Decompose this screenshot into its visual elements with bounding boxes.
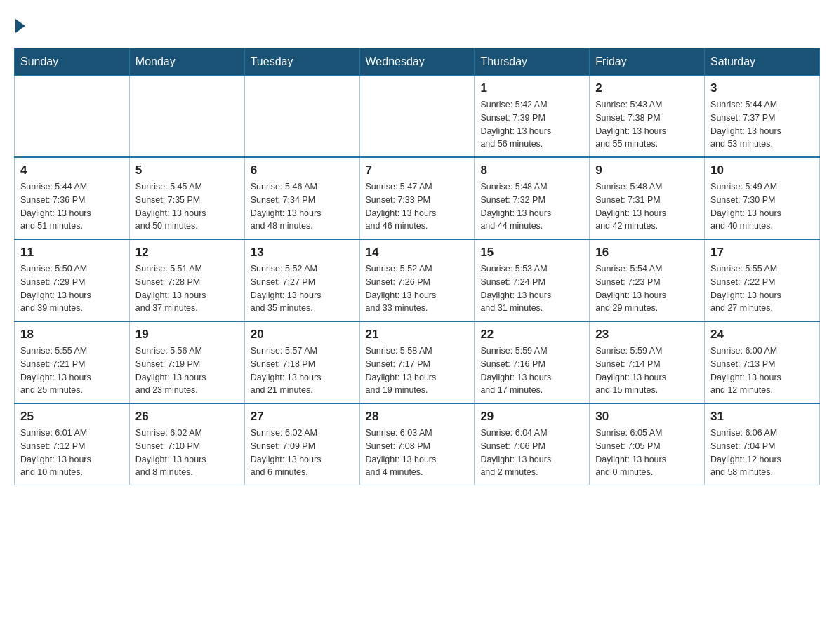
day-number: 18 (20, 328, 124, 342)
day-info: Sunrise: 5:57 AM Sunset: 7:18 PM Dayligh… (251, 344, 354, 397)
calendar-header-saturday: Saturday (705, 48, 820, 76)
day-number: 11 (20, 246, 124, 260)
calendar-week-row: 1Sunrise: 5:42 AM Sunset: 7:39 PM Daylig… (15, 76, 820, 158)
day-info: Sunrise: 6:03 AM Sunset: 7:08 PM Dayligh… (366, 427, 469, 479)
day-info: Sunrise: 5:59 AM Sunset: 7:14 PM Dayligh… (595, 344, 699, 397)
calendar-cell: 20Sunrise: 5:57 AM Sunset: 7:18 PM Dayli… (244, 321, 359, 403)
day-number: 24 (710, 328, 814, 342)
calendar-week-row: 11Sunrise: 5:50 AM Sunset: 7:29 PM Dayli… (15, 239, 820, 321)
day-number: 23 (595, 328, 699, 342)
day-info: Sunrise: 5:44 AM Sunset: 7:36 PM Dayligh… (20, 180, 124, 233)
calendar-header-monday: Monday (129, 48, 244, 76)
day-info: Sunrise: 5:58 AM Sunset: 7:17 PM Dayligh… (366, 344, 469, 397)
calendar-cell: 3Sunrise: 5:44 AM Sunset: 7:37 PM Daylig… (705, 76, 820, 158)
logo (14, 14, 25, 34)
day-info: Sunrise: 5:47 AM Sunset: 7:33 PM Dayligh… (366, 180, 469, 233)
day-info: Sunrise: 5:48 AM Sunset: 7:31 PM Dayligh… (595, 180, 699, 233)
day-number: 14 (366, 246, 469, 260)
day-number: 31 (710, 410, 814, 424)
day-number: 28 (366, 410, 469, 424)
calendar-cell: 11Sunrise: 5:50 AM Sunset: 7:29 PM Dayli… (15, 239, 130, 321)
calendar-cell: 22Sunrise: 5:59 AM Sunset: 7:16 PM Dayli… (475, 321, 590, 403)
calendar-header-row: SundayMondayTuesdayWednesdayThursdayFrid… (15, 48, 820, 76)
calendar-header-sunday: Sunday (15, 48, 130, 76)
day-number: 21 (366, 328, 469, 342)
calendar-cell: 6Sunrise: 5:46 AM Sunset: 7:34 PM Daylig… (244, 157, 359, 239)
day-info: Sunrise: 5:50 AM Sunset: 7:29 PM Dayligh… (20, 262, 124, 315)
calendar-cell: 29Sunrise: 6:04 AM Sunset: 7:06 PM Dayli… (475, 403, 590, 485)
day-info: Sunrise: 5:56 AM Sunset: 7:19 PM Dayligh… (135, 344, 239, 397)
page-header (14, 14, 820, 34)
day-info: Sunrise: 5:48 AM Sunset: 7:32 PM Dayligh… (480, 180, 583, 233)
day-info: Sunrise: 6:01 AM Sunset: 7:12 PM Dayligh… (20, 427, 124, 479)
day-number: 29 (480, 410, 583, 424)
calendar-cell: 23Sunrise: 5:59 AM Sunset: 7:14 PM Dayli… (590, 321, 705, 403)
day-number: 12 (135, 246, 239, 260)
calendar-cell (244, 76, 359, 158)
day-info: Sunrise: 5:55 AM Sunset: 7:21 PM Dayligh… (20, 344, 124, 397)
calendar-week-row: 4Sunrise: 5:44 AM Sunset: 7:36 PM Daylig… (15, 157, 820, 239)
calendar-cell: 26Sunrise: 6:02 AM Sunset: 7:10 PM Dayli… (129, 403, 244, 485)
day-number: 4 (20, 163, 124, 177)
day-number: 30 (595, 410, 699, 424)
calendar-cell: 13Sunrise: 5:52 AM Sunset: 7:27 PM Dayli… (244, 239, 359, 321)
day-number: 5 (135, 163, 239, 177)
calendar-cell: 27Sunrise: 6:02 AM Sunset: 7:09 PM Dayli… (244, 403, 359, 485)
day-number: 19 (135, 328, 239, 342)
logo-arrow-icon (15, 19, 25, 33)
calendar-cell: 31Sunrise: 6:06 AM Sunset: 7:04 PM Dayli… (705, 403, 820, 485)
calendar-week-row: 18Sunrise: 5:55 AM Sunset: 7:21 PM Dayli… (15, 321, 820, 403)
day-number: 3 (710, 81, 814, 95)
day-info: Sunrise: 5:52 AM Sunset: 7:27 PM Dayligh… (251, 262, 354, 315)
day-info: Sunrise: 5:43 AM Sunset: 7:38 PM Dayligh… (595, 98, 699, 151)
day-info: Sunrise: 5:59 AM Sunset: 7:16 PM Dayligh… (480, 344, 583, 397)
calendar-cell: 24Sunrise: 6:00 AM Sunset: 7:13 PM Dayli… (705, 321, 820, 403)
day-info: Sunrise: 6:02 AM Sunset: 7:09 PM Dayligh… (251, 427, 354, 479)
calendar-cell: 19Sunrise: 5:56 AM Sunset: 7:19 PM Dayli… (129, 321, 244, 403)
day-number: 6 (251, 163, 354, 177)
calendar-cell: 14Sunrise: 5:52 AM Sunset: 7:26 PM Dayli… (359, 239, 475, 321)
day-info: Sunrise: 5:42 AM Sunset: 7:39 PM Dayligh… (480, 98, 583, 151)
day-info: Sunrise: 5:51 AM Sunset: 7:28 PM Dayligh… (135, 262, 239, 315)
day-number: 9 (595, 163, 699, 177)
day-number: 15 (480, 246, 583, 260)
day-info: Sunrise: 6:06 AM Sunset: 7:04 PM Dayligh… (710, 427, 814, 479)
calendar-cell: 1Sunrise: 5:42 AM Sunset: 7:39 PM Daylig… (475, 76, 590, 158)
day-info: Sunrise: 5:45 AM Sunset: 7:35 PM Dayligh… (135, 180, 239, 233)
day-number: 27 (251, 410, 354, 424)
day-number: 25 (20, 410, 124, 424)
calendar-cell: 28Sunrise: 6:03 AM Sunset: 7:08 PM Dayli… (359, 403, 475, 485)
day-number: 1 (480, 81, 583, 95)
calendar-cell: 17Sunrise: 5:55 AM Sunset: 7:22 PM Dayli… (705, 239, 820, 321)
calendar-cell: 18Sunrise: 5:55 AM Sunset: 7:21 PM Dayli… (15, 321, 130, 403)
calendar-cell: 12Sunrise: 5:51 AM Sunset: 7:28 PM Dayli… (129, 239, 244, 321)
calendar-cell: 7Sunrise: 5:47 AM Sunset: 7:33 PM Daylig… (359, 157, 475, 239)
calendar-week-row: 25Sunrise: 6:01 AM Sunset: 7:12 PM Dayli… (15, 403, 820, 485)
calendar-header-friday: Friday (590, 48, 705, 76)
day-number: 8 (480, 163, 583, 177)
calendar-cell: 5Sunrise: 5:45 AM Sunset: 7:35 PM Daylig… (129, 157, 244, 239)
day-info: Sunrise: 5:46 AM Sunset: 7:34 PM Dayligh… (251, 180, 354, 233)
calendar-header-wednesday: Wednesday (359, 48, 475, 76)
calendar-cell: 15Sunrise: 5:53 AM Sunset: 7:24 PM Dayli… (475, 239, 590, 321)
day-number: 2 (595, 81, 699, 95)
calendar-cell (359, 76, 475, 158)
calendar-cell: 2Sunrise: 5:43 AM Sunset: 7:38 PM Daylig… (590, 76, 705, 158)
calendar-cell: 4Sunrise: 5:44 AM Sunset: 7:36 PM Daylig… (15, 157, 130, 239)
day-info: Sunrise: 5:55 AM Sunset: 7:22 PM Dayligh… (710, 262, 814, 315)
calendar-cell: 9Sunrise: 5:48 AM Sunset: 7:31 PM Daylig… (590, 157, 705, 239)
day-info: Sunrise: 6:00 AM Sunset: 7:13 PM Dayligh… (710, 344, 814, 397)
calendar-cell: 8Sunrise: 5:48 AM Sunset: 7:32 PM Daylig… (475, 157, 590, 239)
day-info: Sunrise: 5:49 AM Sunset: 7:30 PM Dayligh… (710, 180, 814, 233)
calendar-cell (15, 76, 130, 158)
day-number: 17 (710, 246, 814, 260)
calendar-cell: 21Sunrise: 5:58 AM Sunset: 7:17 PM Dayli… (359, 321, 475, 403)
day-number: 20 (251, 328, 354, 342)
calendar-cell: 16Sunrise: 5:54 AM Sunset: 7:23 PM Dayli… (590, 239, 705, 321)
day-number: 22 (480, 328, 583, 342)
day-number: 13 (251, 246, 354, 260)
day-info: Sunrise: 5:44 AM Sunset: 7:37 PM Dayligh… (710, 98, 814, 151)
day-info: Sunrise: 6:05 AM Sunset: 7:05 PM Dayligh… (595, 427, 699, 479)
calendar-header-thursday: Thursday (475, 48, 590, 76)
day-info: Sunrise: 6:02 AM Sunset: 7:10 PM Dayligh… (135, 427, 239, 479)
